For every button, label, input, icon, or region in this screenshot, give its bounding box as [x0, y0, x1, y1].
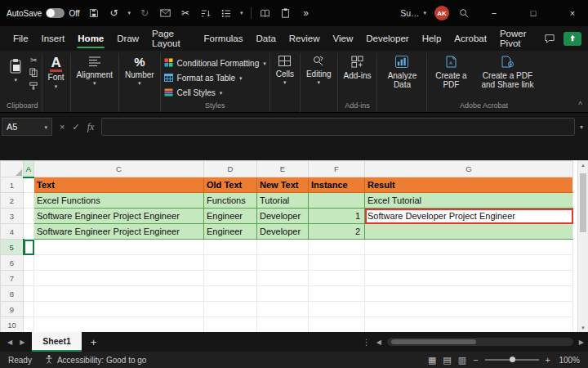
cell-D3[interactable]: Engineer — [204, 209, 257, 224]
row-header-10[interactable]: 10 — [1, 317, 24, 333]
page-layout-view-icon[interactable]: ▤ — [443, 356, 451, 365]
redo-icon[interactable]: ↻ — [138, 7, 151, 20]
cell-A5-selected[interactable] — [24, 240, 34, 255]
tab-view[interactable]: View — [327, 26, 360, 51]
cell-F1[interactable]: Instance — [309, 177, 365, 193]
scroll-down-icon[interactable]: ▼ — [578, 325, 588, 330]
book-icon[interactable] — [259, 7, 272, 20]
cell-D1[interactable]: Old Text — [204, 177, 257, 193]
cut-icon[interactable]: ✂ — [30, 56, 37, 65]
row-header-7[interactable]: 7 — [1, 271, 24, 286]
row-header-9[interactable]: 9 — [1, 302, 24, 317]
row-header-1[interactable]: 1 — [1, 177, 24, 193]
create-pdf-button[interactable]: A Create a PDF — [430, 53, 471, 90]
next-sheet-icon[interactable]: ▶ — [20, 339, 24, 346]
number-button[interactable]: % Number ▾ — [122, 53, 157, 86]
cell-G3-result-highlighted[interactable]: Software Developer Project Engineer — [365, 209, 573, 224]
column-header-A[interactable]: A — [24, 161, 34, 177]
row-header-3[interactable]: 3 — [1, 209, 24, 224]
search-icon[interactable] — [457, 7, 470, 20]
cell-C3[interactable]: Software Engineer Project Engineer — [34, 209, 204, 224]
normal-view-icon[interactable]: ▦ — [428, 356, 436, 365]
sort-icon[interactable] — [199, 7, 212, 20]
page-break-view-icon[interactable]: ▥ — [458, 356, 466, 365]
zoom-slider[interactable] — [485, 359, 539, 361]
search-box[interactable]: Su… ▾ — [400, 8, 426, 18]
cut-icon[interactable]: ✂ — [179, 7, 192, 20]
comments-icon[interactable] — [543, 32, 556, 45]
row-header-2[interactable]: 2 — [1, 193, 24, 209]
horizontal-scrollbar[interactable] — [387, 338, 573, 346]
collapse-ribbon-icon[interactable]: ^ — [578, 101, 582, 110]
scroll-up-icon[interactable]: ▲ — [578, 160, 588, 168]
column-header-G[interactable]: G — [365, 161, 573, 177]
cell-A2[interactable] — [24, 193, 34, 209]
create-pdf-share-button[interactable]: Create a PDF and Share link — [478, 53, 537, 90]
name-box[interactable]: A5 ▾ — [2, 118, 52, 136]
cell-E2[interactable]: Tutorial — [257, 193, 309, 209]
cell-F3[interactable]: 1 — [309, 209, 365, 224]
column-header-E[interactable]: E — [257, 161, 309, 177]
cell-C4[interactable]: Software Engineer Project Engineer — [34, 224, 204, 240]
cell-C1[interactable]: Text — [34, 177, 204, 193]
cell-G2[interactable]: Excel Tutorial — [365, 193, 573, 209]
zoom-slider-knob[interactable] — [510, 357, 515, 362]
cell-E4[interactable]: Developer — [257, 224, 309, 240]
zoom-level[interactable]: 100% — [557, 356, 580, 365]
prev-sheet-icon[interactable]: ◀ — [7, 339, 12, 346]
undo-icon[interactable]: ↺ — [108, 7, 121, 20]
cell-E1[interactable]: New Text — [257, 177, 309, 193]
mail-icon[interactable] — [158, 7, 172, 20]
paste-button[interactable]: ▾ — [7, 56, 24, 83]
format-as-table-button[interactable]: Format as Table ▾ — [164, 71, 243, 85]
tab-file[interactable]: File — [7, 26, 35, 51]
column-header-C[interactable]: C — [34, 161, 204, 177]
tab-home[interactable]: Home — [71, 26, 110, 51]
cell-D4[interactable]: Engineer — [204, 224, 257, 240]
hscroll-left-icon[interactable]: ◀ — [376, 339, 381, 346]
row-header-4[interactable]: 4 — [1, 224, 24, 240]
accessibility-status[interactable]: Accessibility: Good to go — [45, 355, 147, 366]
save-icon[interactable] — [87, 7, 100, 20]
add-ins-button[interactable]: Add-ins — [341, 53, 374, 80]
autosave-switch-icon[interactable] — [46, 8, 65, 18]
close-button[interactable]: × — [557, 0, 588, 26]
share-button[interactable] — [564, 32, 581, 46]
formula-input[interactable] — [101, 118, 575, 136]
tab-power-pivot[interactable]: Power Pivot — [493, 26, 543, 51]
cell-C2[interactable]: Excel Functions — [34, 193, 204, 209]
cell-styles-button[interactable]: Cell Styles ▾ — [164, 86, 223, 100]
autosave-toggle[interactable]: AutoSave Off — [7, 8, 80, 18]
zoom-in-icon[interactable]: + — [546, 355, 550, 365]
row-header-5[interactable]: 5 — [1, 240, 24, 255]
column-header-F[interactable]: F — [309, 161, 365, 177]
clipboard-icon[interactable] — [279, 7, 292, 20]
tab-data[interactable]: Data — [249, 26, 282, 51]
avatar[interactable]: AK — [434, 6, 449, 20]
undo-chevron-icon[interactable]: ▾ — [128, 10, 131, 16]
vertical-scrollbar[interactable]: ▲ ▼ — [577, 160, 588, 332]
overflow-icon[interactable]: » — [300, 7, 313, 20]
horizontal-scrollbar-thumb[interactable] — [391, 339, 476, 344]
tab-review[interactable]: Review — [283, 26, 327, 51]
font-button[interactable]: A Font ▾ — [46, 53, 67, 89]
copy-icon[interactable] — [29, 68, 38, 79]
analyze-data-button[interactable]: Analyze Data — [381, 53, 423, 90]
column-header-D[interactable]: D — [204, 161, 257, 177]
format-painter-icon[interactable] — [29, 82, 38, 92]
tab-formulas[interactable]: Formulas — [198, 26, 250, 51]
sheet-tab-sheet1[interactable]: Sheet1 — [32, 332, 81, 352]
alignment-button[interactable]: Alignment ▾ — [74, 53, 115, 86]
cancel-icon[interactable]: × — [60, 122, 65, 132]
maximize-button[interactable]: □ — [518, 0, 549, 26]
zoom-out-icon[interactable]: − — [473, 355, 478, 365]
tab-bar-divider-icon[interactable]: ⋮ — [363, 338, 371, 347]
formula-bar-expand-icon[interactable]: ▾ — [575, 123, 588, 131]
tab-help[interactable]: Help — [416, 26, 448, 51]
insert-function-icon[interactable]: fx — [87, 121, 95, 133]
cell-E3[interactable]: Developer — [257, 209, 309, 224]
cell-F2[interactable] — [309, 193, 365, 209]
editing-button[interactable]: Editing ▾ — [304, 53, 334, 85]
select-all-corner[interactable] — [1, 161, 24, 177]
tab-acrobat[interactable]: Acrobat — [448, 26, 493, 51]
